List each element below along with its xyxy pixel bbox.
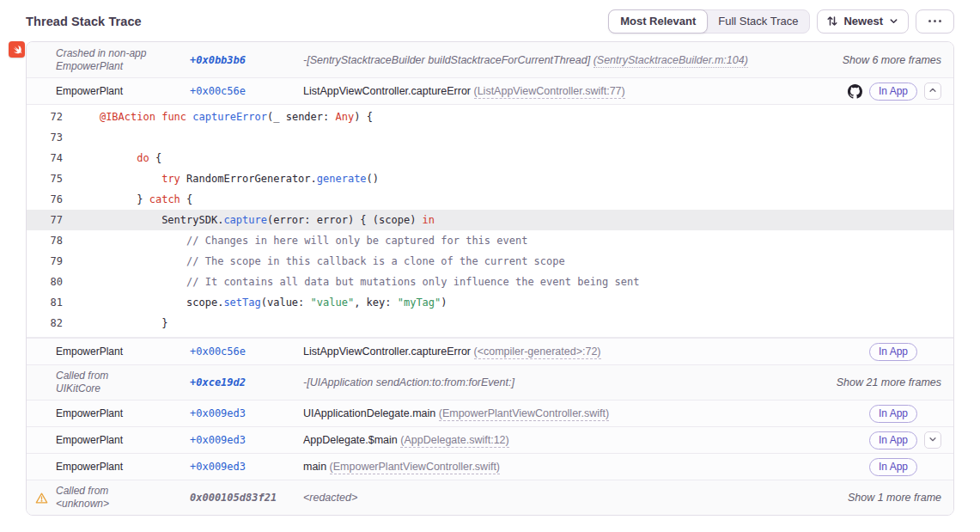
stack-frame-row[interactable]: Crashed in non-appEmpowerPlant+0x0bb3b6-…: [27, 42, 953, 77]
frame-function: AppDelegate.$main (AppDelegate.swift:12): [303, 434, 869, 446]
code-line-content: SentrySDK.capture(error: error) { (scope…: [63, 210, 435, 230]
frame-source-file-link[interactable]: (<compiler-generated>:72): [474, 345, 601, 359]
code-token: captureError: [192, 111, 267, 123]
collapse-frame-button[interactable]: [924, 83, 941, 100]
page-title: Thread Stack Trace: [26, 15, 142, 28]
frame-address: +0x009ed3: [190, 434, 303, 446]
in-app-badge: In App: [869, 431, 917, 449]
code-line-content: try RandomErrorGenerator.generate(): [63, 168, 379, 189]
toggle-most-relevant[interactable]: Most Relevant: [608, 9, 708, 34]
frame-package: EmpowerPlant: [56, 434, 190, 447]
code-line-number: 73: [27, 127, 63, 148]
frame-function-name: main: [303, 461, 326, 473]
code-line: 76 } catch {: [27, 189, 953, 210]
frame-package-line: Called from: [56, 485, 185, 498]
code-token: scope.: [75, 297, 223, 309]
frame-package: Crashed in non-appEmpowerPlant: [56, 47, 190, 73]
code-token: RandomErrorGenerator.: [180, 173, 317, 185]
code-token: (error: error) { (scope): [267, 214, 423, 226]
code-line-number: 78: [27, 230, 63, 251]
frame-package: Called fromUIKitCore: [56, 370, 190, 395]
frame-source-file-link[interactable]: (EmpowerPlantViewController.swift): [330, 461, 500, 474]
frame-package-line: UIKitCore: [56, 382, 185, 395]
toggle-full-stack-trace[interactable]: Full Stack Trace: [707, 10, 809, 33]
code-token: SentrySDK.: [75, 214, 223, 226]
code-token: // Changes in here will only be captured…: [75, 235, 527, 247]
frame-function: ListAppViewController.captureError (List…: [303, 85, 848, 97]
code-line: 81 scope.setTag(value: "value", key: "my…: [27, 292, 953, 313]
stack-frame-row[interactable]: EmpowerPlant+0x00c56eListAppViewControll…: [27, 338, 953, 364]
frame-actions: In App: [869, 431, 941, 449]
frame-actions: In App: [869, 343, 941, 361]
ellipsis-icon: [926, 20, 944, 22]
code-line-content: [63, 127, 75, 148]
code-token: "myTag": [398, 297, 441, 309]
in-app-badge: In App: [869, 405, 917, 423]
warning-icon: [27, 492, 56, 504]
github-icon[interactable]: [848, 84, 862, 99]
sort-button[interactable]: Newest: [817, 9, 909, 34]
frame-source-file-link[interactable]: (SentryStacktraceBuilder.m:104): [593, 54, 748, 68]
frame-address: +0xce19d2: [190, 376, 303, 388]
frame-function: -[SentryStacktraceBuilder buildStacktrac…: [303, 54, 843, 66]
frame-address: +0x009ed3: [190, 407, 303, 419]
stack-frame-row[interactable]: EmpowerPlant+0x009ed3UIApplicationDelega…: [27, 400, 953, 426]
frame-package: EmpowerPlant: [56, 407, 190, 420]
frame-address: +0x00c56e: [190, 345, 303, 358]
code-token: "value": [311, 297, 355, 309]
frame-package-line: Called from: [56, 370, 185, 382]
show-more-frames-link[interactable]: Show 21 more frames: [837, 376, 941, 388]
code-line-content: // It contains all data but mutations on…: [63, 272, 639, 292]
code-line: 74 do {: [27, 148, 953, 168]
panel-header: Thread Stack Trace Most Relevant Full St…: [0, 0, 980, 41]
code-line: 72 @IBAction func captureError(_ sender:…: [27, 107, 953, 127]
code-line: 75 try RandomErrorGenerator.generate(): [27, 168, 953, 189]
frame-package-line: EmpowerPlant: [56, 60, 185, 73]
show-more-frames-link[interactable]: Show 6 more frames: [843, 54, 941, 66]
code-token: (_ sender:: [267, 111, 335, 123]
frame-package: Called from<unknown>: [56, 485, 190, 511]
code-token: , key:: [354, 297, 398, 309]
frame-source-file-link[interactable]: (EmpowerPlantViewController.swift): [439, 407, 609, 421]
stack-frame-row[interactable]: Called from<unknown>0x000105d83f21<redac…: [27, 480, 953, 515]
frame-function-name: AppDelegate.$main: [303, 434, 398, 446]
code-token: ): [441, 297, 447, 309]
code-token: do: [137, 152, 149, 164]
code-token: [75, 173, 161, 185]
code-line: 80 // It contains all data but mutations…: [27, 272, 953, 292]
code-token: (): [367, 173, 379, 185]
code-token: }: [75, 193, 149, 205]
code-line: 79 // The scope in this callback is a cl…: [27, 251, 953, 272]
stack-frame-row[interactable]: EmpowerPlant+0x009ed3AppDelegate.$main (…: [27, 426, 953, 453]
stack-frame-row[interactable]: EmpowerPlant+0x009ed3main (EmpowerPlantV…: [27, 453, 953, 480]
frame-actions: In App: [848, 83, 941, 101]
frame-source-file-link[interactable]: (ListAppViewController.swift:77): [474, 85, 625, 99]
code-line-number: 72: [27, 107, 63, 127]
code-token: func: [161, 111, 186, 123]
code-line: 82 }: [27, 313, 953, 333]
frame-package: EmpowerPlant: [56, 461, 190, 474]
code-token: }: [75, 317, 167, 329]
code-token: capture: [223, 214, 267, 226]
frame-address: +0x009ed3: [190, 461, 303, 473]
in-app-badge: In App: [869, 343, 917, 361]
expand-frame-button[interactable]: [924, 431, 941, 449]
code-line-content: // Changes in here will only be captured…: [63, 230, 527, 251]
overflow-menu-button[interactable]: [916, 9, 954, 34]
frame-function: ListAppViewController.captureError (<com…: [303, 345, 869, 358]
frame-source-file-link[interactable]: (AppDelegate.swift:12): [400, 434, 508, 448]
stack-frame-row[interactable]: EmpowerPlant+0x00c56eListAppViewControll…: [27, 77, 953, 104]
frame-function: UIApplicationDelegate.main (EmpowerPlant…: [303, 407, 869, 419]
swift-icon: [9, 41, 25, 58]
code-line-content: }: [63, 313, 167, 333]
code-token: Any: [336, 111, 355, 123]
stack-frame-row[interactable]: Called fromUIKitCore+0xce19d2-[UIApplica…: [27, 364, 953, 400]
frame-actions: In App: [869, 458, 941, 476]
code-token: catch: [149, 193, 180, 205]
chevron-down-icon: [928, 434, 937, 446]
show-more-frames-link[interactable]: Show 1 more frame: [848, 492, 941, 504]
view-toggle: Most Relevant Full Stack Trace: [608, 9, 810, 34]
code-line-number: 76: [27, 189, 63, 210]
code-line-content: // The scope in this callback is a clone…: [63, 251, 565, 272]
frame-address: +0x0bb3b6: [190, 54, 303, 66]
